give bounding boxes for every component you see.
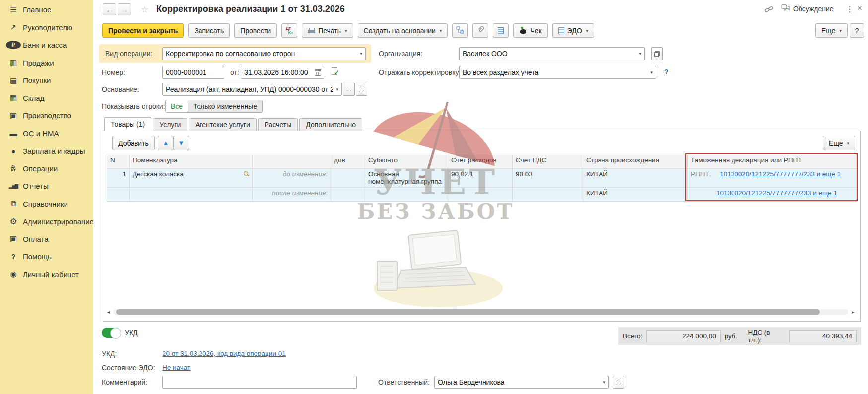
sidebar-item-directories[interactable]: ⧉Справочники <box>0 195 93 213</box>
reports-button[interactable] <box>493 23 509 38</box>
col-nomenclature[interactable]: Номенклатура <box>130 155 253 169</box>
comment-field[interactable] <box>162 376 357 389</box>
comment-input[interactable] <box>163 376 356 388</box>
table-row[interactable]: после изменения: КИТАЙ 10130020/121225/7… <box>107 188 857 202</box>
more-button[interactable]: Еще▾ <box>815 23 848 38</box>
chevron-down-icon[interactable]: ▾ <box>336 87 338 92</box>
sidebar-item-warehouse[interactable]: ▦Склад <box>0 89 93 107</box>
sidebar-item-sales[interactable]: ▥Продажи <box>0 54 93 72</box>
organization-input[interactable] <box>460 48 639 60</box>
help-button[interactable]: ? <box>850 23 864 38</box>
tab-settlements[interactable]: Расчеты <box>258 118 298 131</box>
attachments-button[interactable] <box>472 23 488 38</box>
cell-n[interactable]: 1 <box>107 169 130 188</box>
show-rows-all-option[interactable]: Все <box>166 100 188 112</box>
move-down-button[interactable]: ▼ <box>173 136 189 150</box>
sidebar-item-manager[interactable]: ↗Руководителю <box>0 19 93 37</box>
sidebar-item-administration[interactable]: ⚙Администрирование <box>0 213 93 231</box>
edo-state-link[interactable]: Не начат <box>162 364 190 371</box>
col-country[interactable]: Страна происхождения <box>583 155 688 169</box>
sidebar-item-fixed-assets[interactable]: ▬ОС и НМА <box>0 125 93 143</box>
col-subconto[interactable]: Субконто <box>365 155 448 169</box>
post-button[interactable]: Провести <box>234 23 277 38</box>
col-expense-account[interactable]: Счет расходов <box>448 155 513 169</box>
scroll-left-icon[interactable]: ◂ <box>107 309 113 315</box>
cell-n[interactable] <box>107 188 130 202</box>
organization-combo[interactable]: ▾ <box>459 47 645 60</box>
enter-based-icon[interactable] <box>331 67 339 75</box>
cell-vat[interactable]: 90.03 <box>513 169 583 188</box>
cell-dov[interactable] <box>331 169 365 188</box>
number-input[interactable] <box>163 66 224 78</box>
magnifier-icon[interactable] <box>243 170 249 177</box>
base-combo[interactable]: ▾ <box>162 83 342 96</box>
responsible-input[interactable] <box>435 376 603 388</box>
horizontal-scrollbar[interactable]: ◂ ▸ <box>107 309 854 315</box>
table-more-button[interactable]: Еще▾ <box>823 136 855 150</box>
kebab-menu-icon[interactable]: ⋮ <box>846 4 854 14</box>
sidebar-item-personal-account[interactable]: ◉Личный кабинет <box>0 266 93 284</box>
reflect-combo[interactable]: ▾ <box>459 66 656 79</box>
cell-nomenclature[interactable] <box>130 188 253 202</box>
cell-expense[interactable] <box>448 188 513 202</box>
discussion-button[interactable]: Обсуждение <box>781 4 834 13</box>
show-rows-changed-option[interactable]: Только измененные <box>188 100 262 112</box>
sidebar-item-help[interactable]: ?Помощь <box>0 248 93 266</box>
cell-dov[interactable] <box>331 188 365 202</box>
date-field[interactable] <box>241 66 324 79</box>
reflect-help-link[interactable]: ? <box>664 68 668 76</box>
col-n[interactable]: N <box>107 155 130 169</box>
ukd-link[interactable]: 20 от 31.03.2026, код вида операции 01 <box>162 350 286 357</box>
sidebar-item-operations[interactable]: Дт КтОперации <box>0 160 93 178</box>
chevron-down-icon[interactable]: ▾ <box>639 51 641 56</box>
sidebar-item-production[interactable]: ▣Производство <box>0 107 93 125</box>
print-button[interactable]: Печать▾ <box>302 23 353 38</box>
cell-nomenclature[interactable]: Детская коляска <box>130 169 253 188</box>
tab-services[interactable]: Услуги <box>153 118 187 131</box>
scrollbar-thumb[interactable] <box>116 309 820 315</box>
post-and-close-button[interactable]: Провести и закрыть <box>102 23 184 38</box>
close-icon[interactable]: × <box>857 3 862 13</box>
rnpt-link[interactable]: 10130020/121225/7777777/233 и еще 1 <box>720 170 841 178</box>
sidebar-item-salary-hr[interactable]: ●Зарплата и кадры <box>0 142 93 160</box>
tab-goods[interactable]: Товары (1) <box>104 117 151 131</box>
create-on-base-button[interactable]: Создать на основании▾ <box>358 23 448 38</box>
move-up-button[interactable]: ▲ <box>158 136 174 150</box>
date-input[interactable] <box>241 66 324 78</box>
col-income-account-clipped[interactable]: дов <box>331 155 365 169</box>
back-button[interactable]: ← <box>103 3 116 15</box>
operation-type-combo[interactable]: ▾ <box>162 47 366 60</box>
cell-customs[interactable]: 10130020/121225/7777777/233 и еще 1 <box>688 188 857 202</box>
add-row-button[interactable]: Добавить <box>112 136 155 150</box>
show-postings-button[interactable]: ДтКт <box>281 23 297 38</box>
chevron-down-icon[interactable]: ▾ <box>650 70 653 75</box>
cell-customs[interactable]: РНПТ: 10130020/121225/7777777/233 и еще … <box>688 169 857 188</box>
cell-vat[interactable] <box>513 188 583 202</box>
cell-country[interactable]: КИТАЙ <box>583 188 688 202</box>
tab-agent-services[interactable]: Агентские услуги <box>189 118 256 131</box>
col-vat-account[interactable]: Счет НДС <box>513 155 583 169</box>
edo-button[interactable]: ЭДО▾ <box>552 23 595 38</box>
ukd-toggle[interactable] <box>102 328 121 338</box>
sidebar-item-bank-cash[interactable]: ₽Банк и касса <box>0 36 93 54</box>
link-icon[interactable] <box>764 5 774 15</box>
table-row[interactable]: 1 Детская коляска до изменения: Основная… <box>107 169 857 188</box>
structure-button[interactable] <box>452 23 468 38</box>
calendar-icon[interactable] <box>315 69 321 76</box>
scrollbar-track[interactable] <box>113 309 848 315</box>
sidebar-item-purchases[interactable]: ▤Покупки <box>0 72 93 89</box>
scroll-right-icon[interactable]: ▸ <box>848 309 854 315</box>
sidebar-item-payment[interactable]: ▣Оплата <box>0 231 93 248</box>
sidebar-item-main[interactable]: ☰Главное <box>0 1 93 19</box>
write-button[interactable]: Записать <box>188 23 230 38</box>
favorite-star-icon[interactable]: ☆ <box>141 4 148 15</box>
number-field[interactable] <box>162 66 224 79</box>
base-input[interactable] <box>163 83 336 95</box>
operation-type-input[interactable] <box>163 48 360 60</box>
forward-button[interactable]: → <box>118 3 131 15</box>
base-open-button[interactable] <box>356 83 367 96</box>
cell-country[interactable]: КИТАЙ <box>583 169 688 188</box>
organization-open-button[interactable] <box>651 47 663 60</box>
base-choose-button[interactable]: ... <box>343 83 355 96</box>
col-customs-declaration[interactable]: Таможенная декларация или РНПТ <box>688 155 857 169</box>
